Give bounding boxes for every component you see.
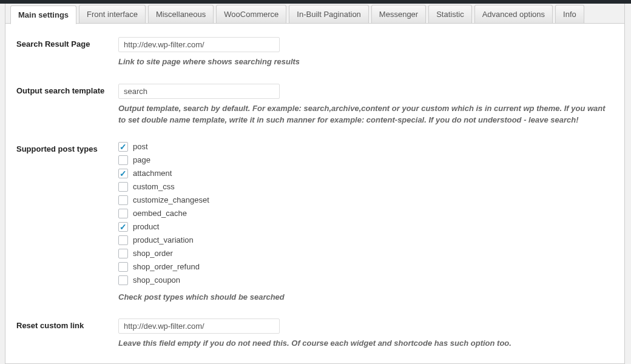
checkbox-label-customize_changeset: customize_changeset bbox=[133, 195, 209, 204]
main-settings-panel: Search Result Page Link to site page whe… bbox=[5, 24, 624, 364]
input-search-result-page[interactable] bbox=[118, 37, 280, 52]
post-type-row-post: post bbox=[118, 142, 613, 152]
post-type-row-page: page bbox=[118, 155, 613, 165]
checkbox-label-product_variation: product_variation bbox=[133, 235, 194, 244]
post-type-row-product_variation: product_variation bbox=[118, 235, 613, 245]
post-type-row-shop_order: shop_order bbox=[118, 249, 613, 258]
input-reset-link[interactable] bbox=[118, 318, 280, 334]
checkbox-product_variation[interactable] bbox=[118, 235, 128, 245]
checkbox-label-attachment: attachment bbox=[133, 169, 172, 178]
checkbox-label-product: product bbox=[133, 222, 159, 231]
checkbox-label-post: post bbox=[133, 142, 148, 151]
row-reset-link: Reset custom link Leave this field empty… bbox=[16, 318, 613, 349]
checkbox-shop_coupon[interactable] bbox=[118, 275, 128, 285]
tab-statistic[interactable]: Statistic bbox=[428, 5, 472, 23]
tab-main-settings[interactable]: Main settings bbox=[10, 5, 76, 24]
label-search-result-page: Search Result Page bbox=[16, 37, 118, 49]
field-output-template: Output template, search by default. For … bbox=[118, 84, 613, 126]
checkbox-post[interactable] bbox=[118, 142, 128, 152]
post-type-row-custom_css: custom_css bbox=[118, 182, 613, 192]
row-search-result-page: Search Result Page Link to site page whe… bbox=[16, 37, 613, 68]
tab-front-interface[interactable]: Front interface bbox=[79, 5, 146, 23]
tab-woocommerce[interactable]: WooCommerce bbox=[216, 5, 286, 23]
post-type-row-attachment: attachment bbox=[118, 169, 613, 178]
label-post-types: Supported post types bbox=[16, 142, 118, 153]
checkbox-custom_css[interactable] bbox=[118, 182, 128, 192]
checkbox-oembed_cache[interactable] bbox=[118, 209, 128, 218]
row-output-template: Output search template Output template, … bbox=[16, 84, 613, 126]
desc-search-result-page: Link to site page where shows searching … bbox=[118, 56, 613, 68]
checkbox-label-shop_order: shop_order bbox=[133, 249, 173, 258]
post-type-row-customize_changeset: customize_changeset bbox=[118, 195, 613, 205]
desc-post-types: Check post types which should be searche… bbox=[118, 291, 613, 303]
checkbox-label-shop_coupon: shop_coupon bbox=[133, 275, 180, 285]
label-reset-link: Reset custom link bbox=[16, 318, 118, 330]
field-post-types: postpageattachmentcustom_csscustomize_ch… bbox=[118, 142, 613, 303]
checkbox-attachment[interactable] bbox=[118, 169, 128, 178]
checkbox-shop_order_refund[interactable] bbox=[118, 262, 128, 272]
label-output-template: Output search template bbox=[16, 84, 118, 95]
checkbox-label-custom_css: custom_css bbox=[133, 182, 175, 191]
checkbox-customize_changeset[interactable] bbox=[118, 195, 128, 205]
post-type-row-oembed_cache: oembed_cache bbox=[118, 209, 613, 218]
checkbox-shop_order[interactable] bbox=[118, 249, 128, 258]
checkbox-product[interactable] bbox=[118, 222, 128, 232]
post-type-row-shop_order_refund: shop_order_refund bbox=[118, 262, 613, 272]
field-reset-link: Leave this field empty if you do not nee… bbox=[118, 318, 613, 349]
settings-container: Main settingsFront interfaceMiscellaneou… bbox=[5, 4, 625, 364]
field-search-result-page: Link to site page where shows searching … bbox=[118, 37, 613, 68]
checkbox-label-page: page bbox=[133, 155, 150, 164]
checkbox-label-oembed_cache: oembed_cache bbox=[133, 209, 187, 218]
desc-reset-link: Leave this field empty if you do not nee… bbox=[118, 337, 613, 349]
tab-advanced-options[interactable]: Advanced options bbox=[474, 5, 553, 23]
desc-output-template: Output template, search by default. For … bbox=[118, 103, 613, 126]
checkbox-page[interactable] bbox=[118, 155, 128, 165]
input-output-template[interactable] bbox=[118, 84, 280, 99]
post-types-list: postpageattachmentcustom_csscustomize_ch… bbox=[118, 142, 613, 285]
checkbox-label-shop_order_refund: shop_order_refund bbox=[133, 262, 200, 271]
post-type-row-shop_coupon: shop_coupon bbox=[118, 275, 613, 285]
tabs-bar: Main settingsFront interfaceMiscellaneou… bbox=[5, 4, 624, 24]
post-type-row-product: product bbox=[118, 222, 613, 232]
tab-info[interactable]: Info bbox=[555, 5, 584, 23]
tab-in-built-pagination[interactable]: In-Built Pagination bbox=[289, 5, 369, 23]
tab-miscellaneous[interactable]: Miscellaneous bbox=[148, 5, 214, 23]
row-post-types: Supported post types postpageattachmentc… bbox=[16, 142, 613, 303]
tab-messenger[interactable]: Messenger bbox=[371, 5, 426, 23]
